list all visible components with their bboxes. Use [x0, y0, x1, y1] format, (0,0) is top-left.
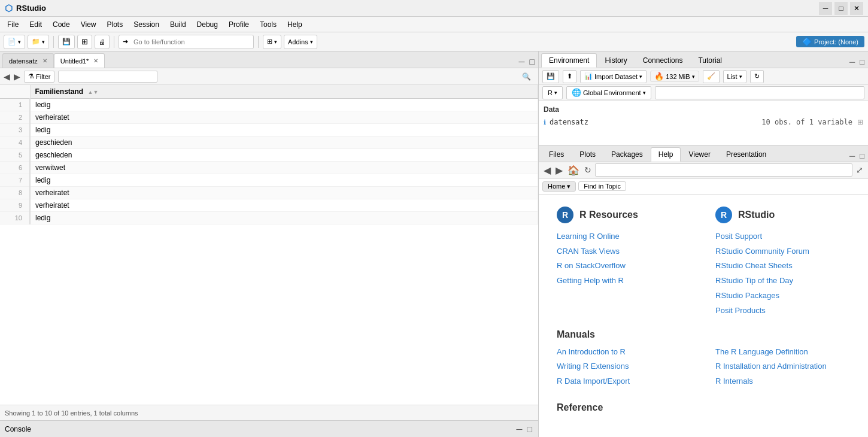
link-community-forum[interactable]: RStudio Community Forum — [715, 245, 850, 258]
menu-code[interactable]: Code — [48, 19, 75, 30]
tab-untitled1[interactable]: Untitled1* ✕ — [54, 53, 105, 68]
table-row[interactable]: 5 geschieden — [0, 149, 538, 162]
link-posit-support[interactable]: Posit Support — [715, 230, 850, 243]
tab-viewer[interactable]: Viewer — [681, 147, 718, 162]
help-home-button[interactable]: 🏠 — [566, 165, 581, 176]
tab-help[interactable]: Help — [651, 147, 681, 162]
collapse-left-button[interactable]: ─ — [518, 57, 526, 66]
link-r-language-def[interactable]: The R Language Definition — [715, 346, 850, 359]
maximize-button[interactable]: □ — [834, 2, 848, 15]
minimize-button[interactable]: ─ — [819, 2, 832, 15]
env-panel-collapse[interactable]: ─ — [848, 57, 856, 66]
help-back-button[interactable]: ◀ — [542, 165, 552, 176]
tab-presentation[interactable]: Presentation — [718, 147, 774, 162]
menu-debug[interactable]: Debug — [192, 19, 223, 30]
table-search-input[interactable] — [58, 71, 157, 83]
help-panel-collapse[interactable]: ─ — [848, 151, 856, 160]
help-panel: Files Plots Packages Help Viewer Present… — [539, 145, 868, 437]
menu-help[interactable]: Help — [283, 19, 307, 30]
tab-datensatz-close[interactable]: ✕ — [43, 57, 47, 64]
link-r-internals[interactable]: R Internals — [715, 375, 850, 388]
link-learning-r[interactable]: Learning R Online — [557, 230, 691, 243]
goto-button[interactable]: ➜ — [119, 35, 254, 49]
table-row[interactable]: 10 ledig — [0, 212, 538, 224]
link-cran-task-views[interactable]: CRAN Task Views — [557, 245, 691, 258]
link-r-installation[interactable]: R Installation and Administration — [715, 360, 850, 373]
close-button[interactable]: ✕ — [850, 2, 863, 15]
refresh-env-button[interactable]: ↻ — [750, 70, 764, 83]
save-env-button[interactable]: 💾 — [542, 70, 559, 83]
goto-input[interactable] — [130, 35, 250, 49]
save-button[interactable]: 💾 — [58, 35, 75, 49]
menu-file[interactable]: File — [2, 19, 23, 30]
table-row[interactable]: 4 geschieden — [0, 136, 538, 149]
save-all-button[interactable]: ⊞ — [77, 35, 92, 49]
project-indicator[interactable]: 🔷 Project: (None) — [796, 36, 864, 47]
open-file-button[interactable]: 📁▾ — [28, 35, 49, 49]
menu-view[interactable]: View — [76, 19, 101, 30]
console-tab-label[interactable]: Console — [5, 425, 31, 433]
maximize-left-button[interactable]: □ — [529, 57, 536, 66]
tab-tutorial[interactable]: Tutorial — [690, 53, 730, 68]
datensatz-row[interactable]: ℹ datensatz 10 obs. of 1 variable ⊞ — [539, 116, 868, 128]
link-data-import[interactable]: R Data Import/Export — [557, 375, 691, 388]
table-row[interactable]: 6 verwitwet — [0, 162, 538, 174]
tab-connections[interactable]: Connections — [635, 53, 691, 68]
familienstand-header[interactable]: Familienstand ▲▼ — [30, 85, 538, 99]
link-posit-products[interactable]: Posit Products — [715, 305, 850, 317]
global-env-button[interactable]: 🌐 Global Environment ▾ — [566, 86, 651, 99]
menu-session[interactable]: Session — [129, 19, 164, 30]
link-cheat-sheets[interactable]: RStudio Cheat Sheets — [715, 260, 850, 272]
tab-untitled1-close[interactable]: ✕ — [93, 57, 98, 64]
row-number: 4 — [0, 136, 30, 149]
help-external-button[interactable]: ⤢ — [855, 165, 864, 175]
console-collapse-button[interactable]: ─ — [515, 424, 524, 434]
new-file-button[interactable]: 📄▾ — [4, 35, 25, 49]
view-dataset-icon[interactable]: ⊞ — [857, 118, 863, 126]
menu-profile[interactable]: Profile — [224, 19, 254, 30]
menu-build[interactable]: Build — [165, 19, 191, 30]
print-button[interactable]: 🖨 — [95, 35, 110, 49]
back-arrow[interactable]: ◀ — [4, 72, 10, 81]
env-search-input[interactable] — [655, 86, 864, 99]
link-getting-help[interactable]: Getting Help with R — [557, 275, 691, 287]
table-row[interactable]: 2 verheiratet — [0, 111, 538, 124]
link-intro-r[interactable]: An Introduction to R — [557, 346, 691, 359]
filter-button[interactable]: ⚗ Filter — [24, 71, 54, 83]
table-row[interactable]: 7 ledig — [0, 174, 538, 187]
link-tip-of-day[interactable]: RStudio Tip of the Day — [715, 275, 850, 287]
help-search-input[interactable] — [595, 163, 852, 177]
link-r-stackoverflow[interactable]: R on StackOverflow — [557, 260, 691, 272]
table-row[interactable]: 8 verheiratet — [0, 187, 538, 199]
menu-plots[interactable]: Plots — [102, 19, 128, 30]
env-panel-maximize[interactable]: □ — [858, 57, 866, 66]
link-writing-extensions[interactable]: Writing R Extensions — [557, 360, 691, 373]
help-panel-maximize[interactable]: □ — [858, 151, 866, 160]
table-row[interactable]: 1 ledig — [0, 99, 538, 111]
window-controls[interactable]: ─ □ ✕ — [819, 2, 863, 15]
console-maximize-button[interactable]: □ — [526, 424, 533, 434]
tab-files[interactable]: Files — [541, 147, 572, 162]
forward-arrow[interactable]: ▶ — [14, 72, 20, 81]
menu-tools[interactable]: Tools — [255, 19, 281, 30]
r-version-button[interactable]: R ▾ — [542, 86, 563, 99]
menu-edit[interactable]: Edit — [25, 19, 47, 30]
link-rstudio-packages[interactable]: RStudio Packages — [715, 290, 850, 302]
tab-datensatz[interactable]: datensatz ✕ — [2, 53, 54, 68]
import-dataset-button[interactable]: 📊 Import Dataset ▾ — [580, 70, 647, 83]
help-home-tab[interactable]: Home ▾ — [542, 181, 576, 192]
tab-history[interactable]: History — [597, 53, 635, 68]
tab-plots[interactable]: Plots — [572, 147, 603, 162]
table-row[interactable]: 9 verheiratet — [0, 199, 538, 212]
clear-env-button[interactable]: 🧹 — [703, 70, 720, 83]
help-forward-button[interactable]: ▶ — [554, 165, 564, 176]
tab-environment[interactable]: Environment — [541, 53, 597, 68]
tab-packages[interactable]: Packages — [603, 147, 651, 162]
table-row[interactable]: 3 ledig — [0, 124, 538, 136]
load-env-button[interactable]: ⬆ — [563, 70, 576, 83]
help-refresh-button[interactable]: ↻ — [583, 165, 593, 175]
find-in-topic-tab[interactable]: Find in Topic — [578, 181, 626, 191]
workspace-layout-button[interactable]: ⊞▾ — [263, 35, 281, 49]
list-view-button[interactable]: List ▾ — [723, 70, 746, 83]
addins-button[interactable]: Addins▾ — [284, 35, 317, 49]
